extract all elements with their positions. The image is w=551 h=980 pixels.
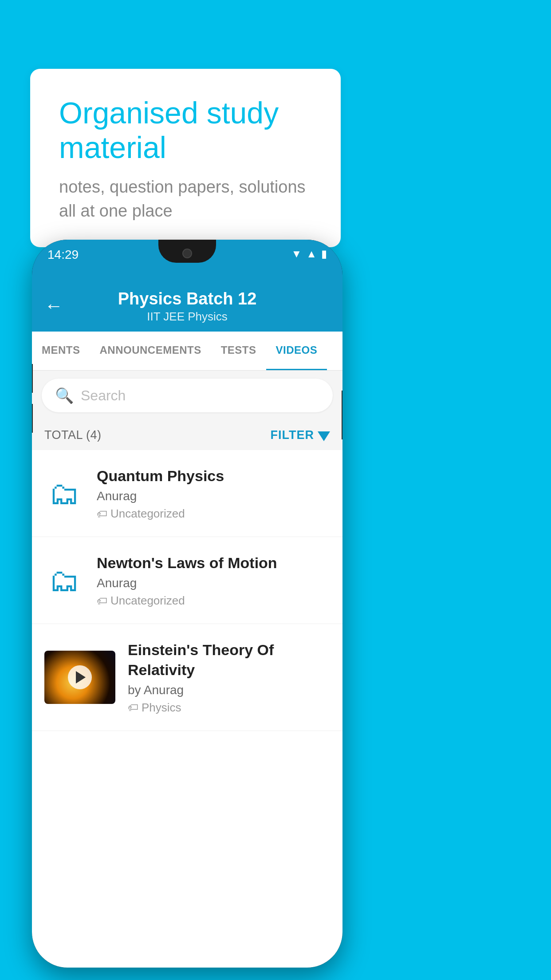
video-author: Anurag	[97, 576, 330, 590]
tag-label: Physics	[142, 701, 181, 715]
header-subtitle: IIT JEE Physics	[118, 310, 257, 324]
tab-tests[interactable]: TESTS	[211, 332, 266, 370]
filter-row: TOTAL (4) FILTER	[32, 420, 342, 450]
header-title-group: Physics Batch 12 IIT JEE Physics	[118, 289, 257, 324]
signal-icon: ▲	[306, 248, 317, 260]
phone-frame: 14:29 ▼ ▲ ▮ ← Physics Batch 12 IIT JEE P…	[32, 240, 342, 968]
video-info: Quantum Physics Anurag 🏷 Uncategorized	[97, 466, 330, 521]
filter-label: FILTER	[271, 428, 314, 442]
speech-bubble-container: Organised study material notes, question…	[30, 69, 341, 247]
list-item[interactable]: Einstein's Theory Of Relativity by Anura…	[32, 624, 342, 731]
tab-ments[interactable]: MENTS	[32, 332, 90, 370]
notch	[158, 240, 216, 263]
front-camera	[182, 249, 192, 258]
phone-side-button-vol-up	[32, 364, 33, 393]
video-list: 🗂 Quantum Physics Anurag 🏷 Uncategorized…	[32, 450, 342, 731]
folder-icon-wrap: 🗂	[44, 565, 84, 596]
status-icons: ▼ ▲ ▮	[291, 248, 327, 260]
app-header: ← Physics Batch 12 IIT JEE Physics	[32, 280, 342, 332]
bubble-title: Organised study material	[59, 95, 312, 165]
video-author: Anurag	[97, 489, 330, 503]
video-title: Quantum Physics	[97, 466, 330, 486]
search-icon: 🔍	[55, 387, 74, 404]
tag-icon: 🏷	[97, 508, 107, 520]
list-item[interactable]: 🗂 Quantum Physics Anurag 🏷 Uncategorized	[32, 450, 342, 537]
filter-funnel-icon	[318, 431, 330, 441]
tag-icon: 🏷	[128, 701, 138, 714]
battery-icon: ▮	[321, 248, 327, 260]
video-tag: 🏷 Physics	[128, 701, 330, 715]
bubble-subtitle: notes, question papers, solutions all at…	[59, 175, 312, 222]
play-button[interactable]	[68, 665, 92, 689]
header-title: Physics Batch 12	[118, 289, 257, 308]
video-tag: 🏷 Uncategorized	[97, 594, 330, 608]
tag-label: Uncategorized	[110, 594, 185, 608]
status-time: 14:29	[47, 248, 79, 262]
phone-screen: ← Physics Batch 12 IIT JEE Physics MENTS…	[32, 280, 342, 968]
tag-icon: 🏷	[97, 595, 107, 607]
tag-label: Uncategorized	[110, 507, 185, 521]
video-info: Einstein's Theory Of Relativity by Anura…	[128, 640, 330, 714]
list-item[interactable]: 🗂 Newton's Laws of Motion Anurag 🏷 Uncat…	[32, 537, 342, 624]
folder-icon: 🗂	[49, 478, 80, 509]
folder-icon-wrap: 🗂	[44, 478, 84, 509]
status-bar: 14:29 ▼ ▲ ▮	[32, 240, 342, 280]
speech-bubble: Organised study material notes, question…	[30, 69, 341, 247]
video-info: Newton's Laws of Motion Anurag 🏷 Uncateg…	[97, 553, 330, 608]
video-tag: 🏷 Uncategorized	[97, 507, 330, 521]
back-button[interactable]: ←	[44, 295, 63, 316]
video-thumbnail	[44, 651, 115, 704]
filter-button[interactable]: FILTER	[271, 428, 330, 442]
phone-side-button-power	[342, 391, 342, 439]
phone-side-button-vol-down	[32, 404, 33, 433]
tab-videos[interactable]: VIDEOS	[266, 332, 327, 370]
search-container: 🔍 Search	[32, 371, 342, 420]
wifi-icon: ▼	[291, 248, 302, 260]
video-title: Newton's Laws of Motion	[97, 553, 330, 573]
search-placeholder: Search	[81, 387, 126, 404]
video-title: Einstein's Theory Of Relativity	[128, 640, 330, 679]
play-triangle-icon	[76, 671, 86, 684]
search-bar[interactable]: 🔍 Search	[42, 379, 333, 412]
folder-icon: 🗂	[49, 565, 80, 596]
tab-bar: MENTS ANNOUNCEMENTS TESTS VIDEOS	[32, 332, 342, 371]
video-author: by Anurag	[128, 683, 330, 697]
tab-announcements[interactable]: ANNOUNCEMENTS	[90, 332, 211, 370]
total-count: TOTAL (4)	[44, 428, 102, 442]
